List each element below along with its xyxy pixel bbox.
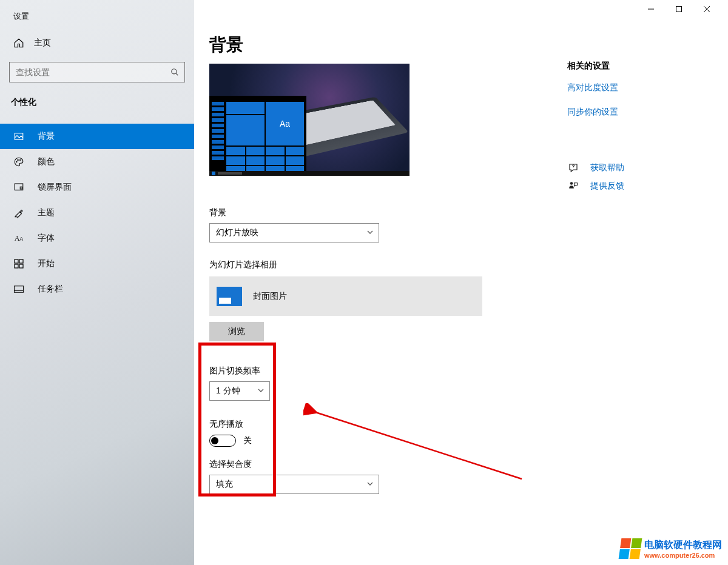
sidebar-item-colors[interactable]: 颜色 <box>0 149 194 175</box>
sidebar-item-lockscreen[interactable]: 锁屏界面 <box>0 175 194 200</box>
preview-sample-text: Aa <box>266 102 304 145</box>
album-name: 封面图片 <box>253 291 287 302</box>
related-heading: 相关的设置 <box>567 61 624 72</box>
fit-field-label: 选择契合度 <box>209 459 513 470</box>
app-name: 设置 <box>13 11 29 22</box>
shuffle-toggle[interactable] <box>209 435 236 447</box>
nav-label: 主题 <box>38 207 55 218</box>
help-icon <box>567 162 579 173</box>
fit-dropdown[interactable]: 填充 <box>209 475 379 494</box>
link-sync[interactable]: 同步你的设置 <box>567 107 624 118</box>
home-label: 主页 <box>34 38 51 48</box>
svg-point-3 <box>16 161 18 162</box>
svg-point-4 <box>18 159 19 161</box>
category-label: 个性化 <box>11 97 36 108</box>
sidebar-item-taskbar[interactable]: 任务栏 <box>0 276 194 302</box>
watermark: 电脑软硬件教程网 www.computer26.com <box>620 538 722 559</box>
sidebar-item-start[interactable]: 开始 <box>0 251 194 276</box>
svg-rect-14 <box>15 286 24 293</box>
sidebar-item-themes[interactable]: 主题 <box>0 200 194 226</box>
watermark-line2: www.computer26.com <box>644 552 722 559</box>
nav-label: 字体 <box>38 233 55 244</box>
album-thumb-icon <box>217 287 242 306</box>
nav-label: 锁屏界面 <box>38 182 72 193</box>
browse-button[interactable]: 浏览 <box>209 322 264 341</box>
search-icon <box>165 68 184 76</box>
palette-icon <box>13 156 24 167</box>
svg-rect-10 <box>15 259 18 263</box>
taskbar-icon <box>13 284 24 295</box>
themes-icon <box>13 207 24 218</box>
page-title: 背景 <box>209 33 728 56</box>
shuffle-state: 关 <box>243 435 252 446</box>
sidebar-home[interactable]: 主页 <box>13 38 51 48</box>
feedback-icon <box>567 181 579 192</box>
svg-point-21 <box>570 182 573 185</box>
sidebar-item-background[interactable]: 背景 <box>0 124 194 149</box>
chevron-down-icon <box>366 228 374 238</box>
svg-point-0 <box>172 69 177 74</box>
watermark-logo-icon <box>619 538 642 559</box>
link-feedback[interactable]: 提供反馈 <box>567 181 624 192</box>
home-icon <box>13 38 24 48</box>
link-get-help[interactable]: 获取帮助 <box>567 162 624 173</box>
chevron-down-icon <box>366 480 374 489</box>
fonts-icon: AA <box>13 233 24 244</box>
nav-label: 颜色 <box>38 156 55 167</box>
svg-rect-12 <box>15 264 18 268</box>
settings-form: 背景 幻灯片放映 为幻灯片选择相册 封面图片 浏览 图片切换频率 1 分钟 无序… <box>209 194 513 494</box>
background-field-label: 背景 <box>209 207 513 218</box>
nav-list: 背景 颜色 锁屏界面 主题 AA 字体 开始 任务栏 <box>0 124 194 302</box>
nav-label: 开始 <box>38 258 55 269</box>
search-input[interactable] <box>10 67 165 77</box>
svg-point-5 <box>20 159 21 161</box>
interval-field-label: 图片切换频率 <box>209 366 513 376</box>
album-field-label: 为幻灯片选择相册 <box>209 259 513 270</box>
interval-value: 1 分钟 <box>216 386 240 396</box>
search-box[interactable] <box>9 62 185 82</box>
lockscreen-icon <box>13 182 24 193</box>
sidebar-item-fonts[interactable]: AA 字体 <box>0 226 194 251</box>
svg-line-1 <box>176 73 178 76</box>
svg-rect-11 <box>19 259 23 263</box>
nav-label: 任务栏 <box>38 284 63 295</box>
picture-icon <box>13 131 24 142</box>
background-value: 幻灯片放映 <box>216 227 258 238</box>
interval-dropdown[interactable]: 1 分钟 <box>209 381 270 401</box>
start-icon <box>13 258 24 269</box>
svg-rect-13 <box>19 264 23 268</box>
link-high-contrast[interactable]: 高对比度设置 <box>567 82 624 93</box>
desktop-preview: Aa <box>209 64 410 176</box>
related-settings: 相关的设置 高对比度设置 同步你的设置 获取帮助 提供反馈 <box>567 61 624 192</box>
watermark-line1: 电脑软硬件教程网 <box>644 539 722 552</box>
fit-value: 填充 <box>216 479 233 490</box>
svg-rect-8 <box>20 187 22 189</box>
chevron-down-icon <box>257 386 265 396</box>
album-row[interactable]: 封面图片 <box>209 276 482 316</box>
background-dropdown[interactable]: 幻灯片放映 <box>209 223 379 242</box>
shuffle-field-label: 无序播放 <box>209 419 513 430</box>
sidebar: 设置 主页 个性化 背景 颜色 锁屏界面 主题 AA 字体 <box>0 0 194 565</box>
nav-label: 背景 <box>38 131 55 142</box>
